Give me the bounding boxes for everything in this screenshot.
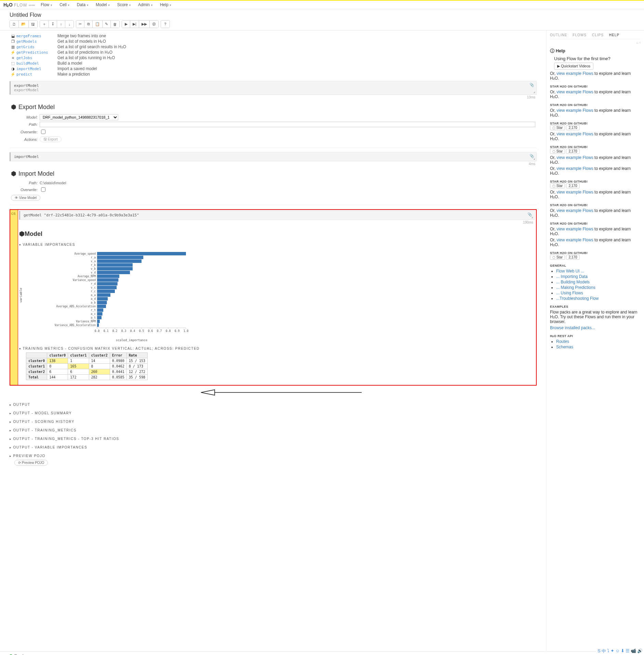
- menu-score[interactable]: Score▼: [117, 2, 131, 7]
- section-toggle[interactable]: OUTPUT - MODEL SUMMARY: [10, 411, 537, 415]
- view-example-flows-link[interactable]: view example Flows: [556, 132, 593, 136]
- command-name[interactable]: getPredictions: [16, 50, 57, 55]
- help-link[interactable]: Flow Web UI ...: [556, 269, 584, 273]
- view-model-button[interactable]: 👁 View Model: [11, 195, 40, 201]
- menu-flow[interactable]: Flow▼: [41, 2, 53, 7]
- interrupt-button[interactable]: ⦿: [150, 21, 158, 28]
- section-toggle[interactable]: OUTPUT - SCORING HISTORY: [10, 420, 537, 424]
- view-example-flows-link[interactable]: view example Flows: [556, 238, 593, 242]
- command-row[interactable]: ⬓ mergeFrames Merge two frames into one: [10, 33, 537, 39]
- tray-icon[interactable]: ⤵: [607, 648, 609, 654]
- section-toggle[interactable]: OUTPUT: [10, 403, 537, 406]
- insert-above-button[interactable]: ＋: [40, 21, 49, 28]
- section-confusion-matrix[interactable]: TRAINING METRICS - CONFUSION MATRIX VERT…: [19, 347, 535, 350]
- back-icon[interactable]: ‹: [640, 41, 641, 44]
- edit-button[interactable]: ✎: [103, 21, 111, 28]
- help-link[interactable]: ... Building Models: [556, 280, 590, 284]
- section-toggle[interactable]: OUTPUT - TRAINING_METRICS - TOP-3 HIT RA…: [10, 437, 537, 441]
- move-up-button[interactable]: ↑: [57, 21, 65, 28]
- tray-icon[interactable]: S: [598, 648, 601, 654]
- help-link[interactable]: ... Making Predictions: [556, 285, 595, 290]
- view-example-flows-link[interactable]: view example Flows: [556, 71, 593, 76]
- tray-icon[interactable]: 📹: [631, 648, 636, 654]
- menu-model[interactable]: Model▼: [96, 2, 110, 7]
- export-button[interactable]: 🖫 Export: [40, 136, 62, 142]
- tray-icon[interactable]: ⬇: [621, 648, 625, 654]
- help-link[interactable]: ...Troubleshooting Flow: [556, 296, 599, 301]
- command-row[interactable]: ⬚ buildModel Build a model: [10, 61, 537, 66]
- command-name[interactable]: buildModel: [16, 61, 57, 66]
- resize-handle-icon[interactable]: ◢: [533, 91, 535, 94]
- view-example-flows-link[interactable]: view example Flows: [556, 166, 593, 171]
- tray-icon[interactable]: 🔊: [637, 648, 643, 654]
- menu-cell[interactable]: Cell▼: [59, 2, 70, 7]
- view-example-flows-link[interactable]: view example Flows: [556, 208, 593, 213]
- move-down-button[interactable]: ↓: [65, 21, 73, 28]
- paste-button[interactable]: 📋: [93, 21, 103, 28]
- tray-icon[interactable]: ✦: [611, 648, 614, 654]
- sidebar-tab-clips[interactable]: CLIPS: [592, 33, 604, 37]
- run-next-button[interactable]: ▶|: [130, 21, 139, 28]
- view-example-flows-link[interactable]: view example Flows: [556, 90, 593, 94]
- resize-handle-icon[interactable]: ◢: [531, 216, 533, 219]
- clip-icon[interactable]: 📎: [529, 83, 534, 87]
- section-toggle[interactable]: OUTPUT - VARIABLE IMPORTANCES: [10, 445, 537, 449]
- sidebar-tab-flows[interactable]: FLOWS: [573, 33, 587, 37]
- section-toggle[interactable]: OUTPUT - TRAINING_METRICS: [10, 428, 537, 432]
- new-file-button[interactable]: 🗋: [10, 21, 19, 28]
- run-button[interactable]: ▶: [122, 21, 130, 28]
- export-overwrite-checkbox[interactable]: [41, 130, 45, 134]
- import-overwrite-checkbox[interactable]: [41, 187, 45, 192]
- sidebar-tab-outline[interactable]: OUTLINE: [550, 33, 567, 37]
- code-cell-getmodel[interactable]: getModel "drf-22c5481e-b312-4c79-a01a-0c…: [19, 211, 535, 220]
- command-row[interactable]: ≡ getJobs Get a list of jobs running in …: [10, 55, 537, 61]
- github-star-button[interactable]: ◌ Star: [550, 149, 565, 154]
- delete-button[interactable]: 🗑: [111, 21, 119, 28]
- open-file-button[interactable]: 📂: [19, 21, 29, 28]
- menu-help[interactable]: Help▼: [160, 2, 172, 7]
- menu-admin[interactable]: Admin▼: [138, 2, 153, 7]
- github-star-button[interactable]: ◌ Star: [550, 255, 565, 260]
- export-model-select[interactable]: DRF_model_python_1498882317018_1: [40, 114, 118, 120]
- view-example-flows-link[interactable]: view example Flows: [556, 227, 593, 231]
- code-cell-export[interactable]: exportModel exportModel 📎 ◢: [10, 81, 537, 95]
- export-path-input[interactable]: [40, 122, 535, 127]
- rest-link[interactable]: Schemas: [556, 345, 573, 349]
- command-name[interactable]: getGrids: [16, 45, 57, 49]
- browse-packs-link[interactable]: Browse installed packs...: [550, 325, 595, 330]
- github-star-button[interactable]: ◌ Star: [550, 125, 565, 130]
- command-name[interactable]: getModels: [16, 39, 57, 44]
- command-row[interactable]: ❐ getModels Get a list of models in H₂O: [10, 39, 537, 44]
- section-toggle[interactable]: PREVIEW POJO: [10, 454, 537, 458]
- save-file-button[interactable]: 🖫: [29, 21, 37, 28]
- code-cell-import[interactable]: importModel 📎 ◢: [10, 152, 537, 161]
- github-star-button[interactable]: ◌ Star: [550, 183, 565, 188]
- command-row[interactable]: ▥ getGrids Get a list of grid search res…: [10, 44, 537, 50]
- command-name[interactable]: mergeFrames: [16, 34, 57, 38]
- run-all-button[interactable]: ▶▶: [139, 21, 150, 28]
- view-example-flows-link[interactable]: view example Flows: [556, 108, 593, 113]
- command-row[interactable]: ◑ importModel Import a saved model: [10, 66, 537, 71]
- preview-pojo-button[interactable]: ⟳ Preview POJO: [14, 460, 48, 466]
- quickstart-videos-button[interactable]: ▶ Quickstart Videos: [554, 63, 593, 70]
- insert-below-button[interactable]: ↧: [49, 21, 57, 28]
- command-name[interactable]: predict: [16, 72, 57, 77]
- command-row[interactable]: ⚡ getPredictions Get a list of predictio…: [10, 50, 537, 55]
- tray-icon[interactable]: 中: [602, 648, 606, 654]
- menu-data[interactable]: Data▼: [77, 2, 89, 7]
- command-name[interactable]: importModel: [16, 67, 57, 71]
- command-row[interactable]: ⚡ predict Make a prediction: [10, 71, 537, 77]
- rest-link[interactable]: Routes: [556, 339, 569, 344]
- view-example-flows-link[interactable]: view example Flows: [556, 155, 593, 160]
- sidebar-tab-help[interactable]: HELP: [609, 33, 619, 37]
- help-button[interactable]: ？: [161, 21, 170, 28]
- tray-icon[interactable]: ☰: [626, 648, 630, 654]
- tray-icon[interactable]: ☺: [615, 648, 620, 654]
- help-link[interactable]: ... Using Flows: [556, 291, 583, 295]
- cut-button[interactable]: ✂: [76, 21, 84, 28]
- command-name[interactable]: getJobs: [16, 56, 57, 60]
- copy-button[interactable]: ⧉: [84, 21, 93, 28]
- help-link[interactable]: ... Importing Data: [556, 274, 588, 279]
- view-example-flows-link[interactable]: view example Flows: [556, 190, 593, 195]
- section-variable-importances[interactable]: VARIABLE IMPORTANCES: [19, 243, 535, 246]
